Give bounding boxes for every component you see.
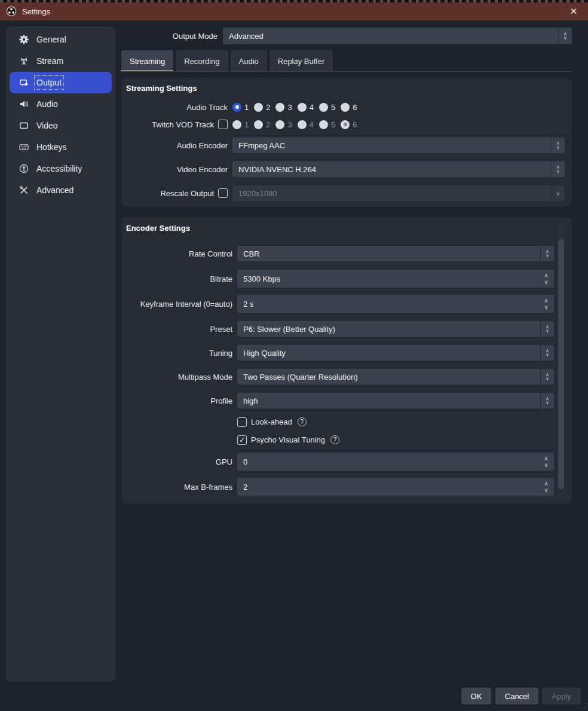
radio-vod-track-5[interactable] — [319, 120, 328, 129]
sidebar-item-output[interactable]: Output — [10, 72, 112, 93]
tab-label: Streaming — [130, 57, 165, 66]
radio-audio-track-5[interactable] — [319, 103, 328, 112]
preset-label: Preset — [121, 325, 232, 334]
tab-streaming[interactable]: Streaming — [121, 50, 173, 72]
keyframe-interval-spinbox[interactable]: 2 s ∧∨ — [237, 295, 554, 313]
radio-label: 5 — [331, 120, 335, 129]
max-bframes-value: 2 — [237, 483, 247, 492]
sidebar-item-label: Accessibility — [36, 164, 82, 173]
radio-audio-track-4[interactable] — [298, 103, 307, 112]
chevron-updown-icon[interactable]: ∧∨ — [551, 138, 565, 153]
tuning-row: Tuning High Quality ∧∨ — [121, 345, 572, 361]
radio-label: 6 — [353, 120, 357, 129]
multipass-mode-row: Multipass Mode Two Passes (Quarter Resol… — [121, 369, 572, 385]
bitrate-row: Bitrate 5300 Kbps ∧∨ — [121, 270, 572, 288]
tab-recording[interactable]: Recording — [176, 50, 228, 72]
output-mode-select[interactable]: Advanced ∧∨ — [223, 28, 572, 44]
antenna-icon — [19, 56, 29, 66]
settings-sidebar: General Stream Output Audio Video Hotkey… — [6, 26, 115, 682]
look-ahead-checkbox[interactable] — [237, 417, 247, 427]
gpu-value: 0 — [237, 457, 247, 466]
sidebar-item-general[interactable]: General — [8, 29, 113, 50]
spinner-arrows-icon[interactable]: ∧∨ — [538, 453, 554, 471]
cancel-button[interactable]: Cancel — [495, 688, 538, 704]
chevron-updown-icon[interactable]: ∧∨ — [540, 369, 554, 385]
sidebar-item-stream[interactable]: Stream — [8, 50, 113, 72]
rescale-output-checkbox[interactable] — [218, 188, 228, 198]
gear-icon — [19, 35, 29, 44]
radio-audio-track-3[interactable] — [275, 103, 284, 112]
radio-audio-track-1[interactable] — [232, 103, 241, 112]
video-encoder-select[interactable]: NVIDIA NVENC H.264 ∧∨ — [232, 161, 565, 177]
output-mode-row: Output Mode Advanced ∧∨ — [121, 28, 577, 44]
chevron-updown-icon[interactable]: ∧∨ — [540, 246, 554, 261]
sidebar-item-label: Hotkeys — [36, 142, 67, 152]
sidebar-item-video[interactable]: Video — [8, 115, 113, 136]
rescale-output-value: 1920x1080 — [232, 189, 277, 198]
sidebar-item-hotkeys[interactable]: Hotkeys — [8, 136, 113, 158]
bitrate-spinbox[interactable]: 5300 Kbps ∧∨ — [237, 270, 554, 288]
sidebar-item-label: Stream — [36, 56, 63, 66]
resize-grip[interactable]: .: — [583, 704, 586, 710]
apply-button[interactable]: Apply — [542, 688, 581, 704]
chevron-updown-icon[interactable]: ∧∨ — [540, 345, 554, 361]
profile-value: high — [237, 396, 258, 405]
radio-vod-track-4[interactable] — [298, 120, 307, 129]
chevron-updown-icon[interactable]: ∧∨ — [540, 321, 554, 337]
radio-vod-track-1[interactable] — [232, 120, 241, 129]
obs-logo-icon — [6, 6, 17, 17]
video-encoder-label: Video Encoder — [121, 165, 228, 174]
chevron-down-icon[interactable]: ∨ — [551, 185, 565, 201]
radio-vod-track-3[interactable] — [275, 120, 284, 129]
rescale-output-select[interactable]: 1920x1080 ∨ — [232, 185, 565, 201]
video-encoder-row: Video Encoder NVIDIA NVENC H.264 ∧∨ — [121, 161, 572, 177]
sidebar-item-advanced[interactable]: Advanced — [8, 179, 113, 201]
sidebar-item-audio[interactable]: Audio — [8, 93, 113, 115]
chevron-updown-icon[interactable]: ∧∨ — [540, 393, 554, 408]
chevron-updown-icon[interactable]: ∧∨ — [551, 161, 565, 177]
gpu-spinbox[interactable]: 0 ∧∨ — [237, 453, 554, 471]
profile-select[interactable]: high ∧∨ — [237, 393, 554, 408]
rate-control-row: Rate Control CBR ∧∨ — [121, 246, 572, 261]
close-icon[interactable]: ✕ — [565, 4, 582, 19]
encoder-scrollbar-track[interactable] — [558, 222, 564, 499]
tab-audio[interactable]: Audio — [231, 50, 267, 72]
encoder-scrollbar-thumb[interactable] — [558, 239, 564, 489]
help-icon[interactable]: ? — [298, 417, 307, 426]
radio-vod-track-2[interactable] — [254, 120, 263, 129]
chevron-updown-icon[interactable]: ∧∨ — [558, 28, 572, 44]
output-tabbar: Streaming Recording Audio Replay Buffer — [121, 50, 333, 72]
rate-control-select[interactable]: CBR ∧∨ — [237, 246, 554, 261]
psycho-visual-tuning-checkbox[interactable]: ✓ — [237, 435, 247, 445]
audio-track-label: Audio Track — [121, 103, 228, 112]
spinner-arrows-icon[interactable]: ∧∨ — [538, 270, 554, 288]
twitch-vod-track-checkbox[interactable] — [218, 120, 228, 129]
radio-label: 4 — [310, 120, 314, 129]
multipass-mode-value: Two Passes (Quarter Resolution) — [237, 373, 357, 382]
preset-row: Preset P6: Slower (Better Quality) ∧∨ — [121, 321, 572, 337]
radio-audio-track-2[interactable] — [254, 103, 263, 112]
audio-encoder-select[interactable]: FFmpeg AAC ∧∨ — [232, 138, 565, 153]
profile-row: Profile high ∧∨ — [121, 393, 572, 408]
tools-icon — [19, 185, 29, 195]
spinner-arrows-icon[interactable]: ∧∨ — [538, 295, 554, 313]
keyframe-interval-label: Keyframe Interval (0=auto) — [121, 300, 232, 309]
tuning-value: High Quality — [237, 349, 286, 358]
keyframe-interval-row: Keyframe Interval (0=auto) 2 s ∧∨ — [121, 295, 572, 313]
spinner-arrows-icon[interactable]: ∧∨ — [538, 478, 554, 496]
radio-audio-track-6[interactable] — [341, 103, 350, 112]
sidebar-item-label: Video — [36, 121, 58, 130]
tab-replay-buffer[interactable]: Replay Buffer — [270, 50, 333, 72]
radio-label: 3 — [287, 120, 292, 129]
video-encoder-value: NVIDIA NVENC H.264 — [232, 165, 316, 174]
max-bframes-spinbox[interactable]: 2 ∧∨ — [237, 478, 554, 496]
ok-button[interactable]: OK — [461, 688, 491, 704]
radio-vod-track-6[interactable] — [341, 120, 350, 129]
tuning-select[interactable]: High Quality ∧∨ — [237, 345, 554, 361]
multipass-mode-select[interactable]: Two Passes (Quarter Resolution) ∧∨ — [237, 369, 554, 385]
sidebar-item-accessibility[interactable]: Accessibility — [8, 158, 113, 179]
rate-control-value: CBR — [237, 249, 259, 258]
preset-select[interactable]: P6: Slower (Better Quality) ∧∨ — [237, 321, 554, 337]
twitch-vod-track-label: Twitch VOD Track — [121, 120, 228, 129]
help-icon[interactable]: ? — [330, 435, 339, 444]
